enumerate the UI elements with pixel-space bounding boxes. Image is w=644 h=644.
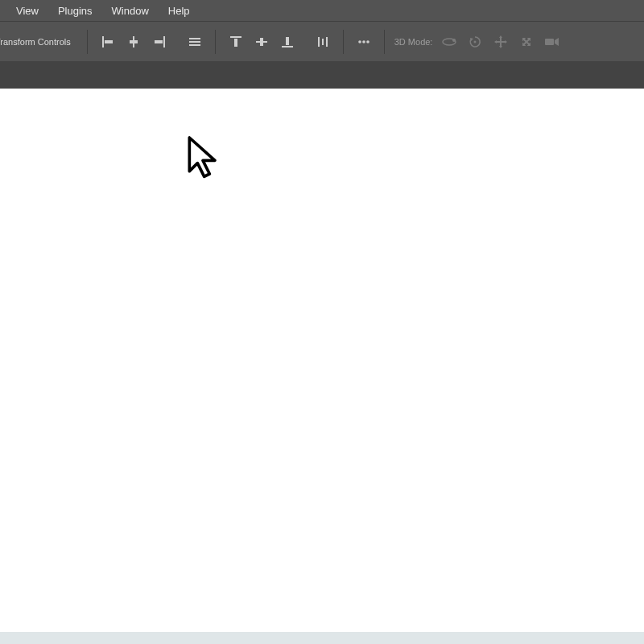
align-right-edges-icon[interactable] [150,32,169,52]
3d-rotate-icon[interactable] [465,32,485,52]
3d-camera-icon[interactable] [543,32,562,52]
menu-help[interactable]: Help [160,2,198,19]
svg-rect-6 [189,38,200,39]
svg-rect-5 [155,40,163,43]
separator [215,30,216,54]
svg-rect-12 [260,38,263,46]
3d-mode-label: 3D Mode: [394,37,433,47]
align-horizontal-centers-icon[interactable] [124,32,143,52]
menu-view[interactable]: View [8,2,47,19]
svg-rect-10 [234,39,237,47]
canvas[interactable] [0,89,644,632]
svg-point-18 [358,40,361,43]
svg-point-19 [362,40,365,43]
svg-rect-1 [105,40,113,43]
svg-rect-16 [326,37,328,47]
svg-point-23 [474,40,477,43]
align-justify-icon[interactable] [185,32,204,52]
menu-plugins[interactable]: Plugins [50,2,101,19]
svg-rect-14 [286,37,289,45]
3d-move-icon[interactable] [517,32,536,52]
svg-rect-9 [230,36,242,38]
svg-point-20 [366,40,369,43]
align-top-edges-icon[interactable] [226,32,246,52]
svg-rect-7 [189,41,200,43]
status-bar [0,632,644,644]
menu-window[interactable]: Window [104,2,157,19]
svg-rect-4 [163,36,165,47]
svg-rect-8 [189,44,200,46]
separator [384,30,385,54]
svg-rect-13 [282,46,293,47]
svg-rect-0 [102,36,104,47]
align-vertical-centers-icon[interactable] [252,32,271,52]
document-tab-strip [0,61,644,89]
3d-pan-icon[interactable] [491,32,510,52]
separator [343,30,344,54]
more-options-icon[interactable] [354,32,374,52]
svg-rect-3 [130,40,138,43]
svg-rect-17 [322,39,324,45]
distribute-horizontal-icon[interactable] [313,32,332,52]
svg-rect-24 [545,39,554,45]
top-menu-bar: View Plugins Window Help [0,0,644,21]
align-bottom-edges-icon[interactable] [278,32,297,52]
3d-orbit-icon[interactable] [440,32,459,52]
transform-controls-label: Transform Controls [0,37,79,47]
svg-point-22 [452,39,456,42]
align-left-edges-icon[interactable] [98,32,118,52]
svg-rect-15 [318,37,320,47]
cursor-pointer-icon [187,136,219,180]
options-bar: Transform Controls [0,21,644,61]
separator [87,30,88,54]
